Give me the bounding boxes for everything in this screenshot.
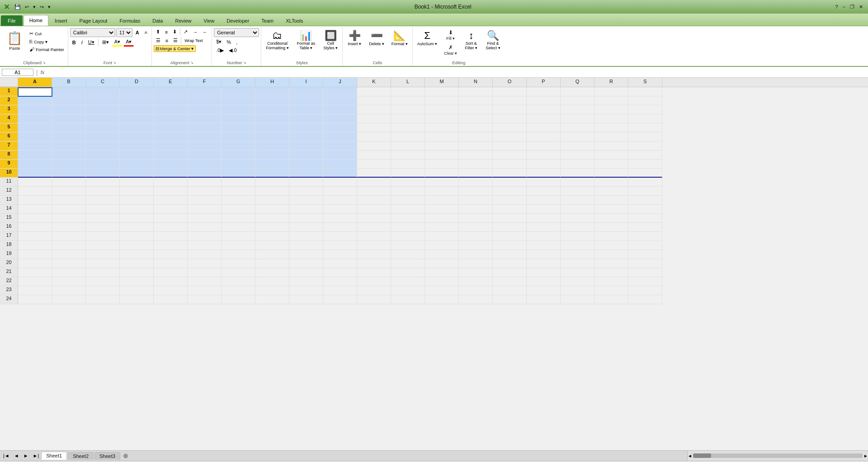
cell-F22[interactable]	[188, 277, 222, 286]
cell-P15[interactable]	[527, 214, 561, 223]
cut-button[interactable]: ✂ Cut	[28, 30, 66, 38]
cell-R13[interactable]	[594, 196, 628, 205]
restore-btn[interactable]: ❐	[849, 3, 856, 11]
cell-P18[interactable]	[527, 241, 561, 250]
cell-A5[interactable]	[18, 123, 52, 132]
cell-O13[interactable]	[493, 196, 527, 205]
cell-R6[interactable]	[594, 132, 628, 141]
cell-O16[interactable]	[493, 223, 527, 232]
col-header-L[interactable]: L	[391, 78, 425, 87]
cell-O6[interactable]	[493, 132, 527, 141]
cell-D18[interactable]	[120, 241, 154, 250]
cell-P10[interactable]	[527, 169, 561, 178]
cell-C20[interactable]	[86, 259, 120, 268]
cell-Q18[interactable]	[561, 241, 594, 250]
clipboard-expand-icon[interactable]: ↘	[42, 61, 46, 65]
cell-L5[interactable]	[391, 123, 425, 132]
cell-N5[interactable]	[459, 123, 493, 132]
cell-H7[interactable]	[255, 141, 289, 151]
comma-btn[interactable]: ,	[234, 38, 240, 46]
cell-H11[interactable]	[255, 178, 289, 187]
cell-C23[interactable]	[86, 286, 120, 295]
cell-M3[interactable]	[425, 105, 459, 114]
cell-M23[interactable]	[425, 286, 459, 295]
cell-R8[interactable]	[594, 151, 628, 160]
cell-S12[interactable]	[628, 187, 662, 196]
cell-H2[interactable]	[255, 96, 289, 105]
cell-Q2[interactable]	[561, 96, 594, 105]
cell-J7[interactable]	[323, 141, 357, 151]
cell-K14[interactable]	[357, 205, 391, 214]
col-header-I[interactable]: I	[289, 78, 323, 87]
cell-Q8[interactable]	[561, 151, 594, 160]
cell-I21[interactable]	[289, 268, 323, 277]
col-header-K[interactable]: K	[357, 78, 391, 87]
cell-R12[interactable]	[594, 187, 628, 196]
cell-N17[interactable]	[459, 232, 493, 241]
cell-Q10[interactable]	[561, 169, 594, 178]
cell-E4[interactable]	[154, 114, 188, 123]
cell-N14[interactable]	[459, 205, 493, 214]
cell-H16[interactable]	[255, 223, 289, 232]
cell-B15[interactable]	[52, 214, 86, 223]
format-as-table-btn[interactable]: 📊 Format asTable ▾	[294, 28, 318, 52]
cell-O21[interactable]	[493, 268, 527, 277]
cell-N13[interactable]	[459, 196, 493, 205]
cell-A9[interactable]	[18, 160, 52, 169]
row-number-6[interactable]: 6	[0, 132, 18, 141]
col-header-C[interactable]: C	[86, 78, 120, 87]
tab-first-btn[interactable]: |◄	[1, 452, 12, 460]
cell-Q19[interactable]	[561, 250, 594, 259]
cell-M12[interactable]	[425, 187, 459, 196]
cell-D4[interactable]	[120, 114, 154, 123]
cell-N24[interactable]	[459, 295, 493, 304]
cell-A15[interactable]	[18, 214, 52, 223]
cell-C2[interactable]	[86, 96, 120, 105]
cell-Q4[interactable]	[561, 114, 594, 123]
cell-L2[interactable]	[391, 96, 425, 105]
cell-Q23[interactable]	[561, 286, 594, 295]
cell-S16[interactable]	[628, 223, 662, 232]
cell-G6[interactable]	[222, 132, 255, 141]
col-header-S[interactable]: S	[628, 78, 662, 87]
add-sheet-btn[interactable]: ⊕	[121, 452, 130, 459]
cell-J3[interactable]	[323, 105, 357, 114]
cell-R20[interactable]	[594, 259, 628, 268]
alignment-expand-icon[interactable]: ↘	[190, 61, 193, 65]
cell-D1[interactable]	[120, 87, 154, 96]
cell-J8[interactable]	[323, 151, 357, 160]
name-box[interactable]	[2, 69, 33, 76]
cell-L4[interactable]	[391, 114, 425, 123]
cell-S8[interactable]	[628, 151, 662, 160]
tab-file[interactable]: File	[1, 15, 23, 26]
cell-Q12[interactable]	[561, 187, 594, 196]
cell-E8[interactable]	[154, 151, 188, 160]
cell-L19[interactable]	[391, 250, 425, 259]
cell-F24[interactable]	[188, 295, 222, 304]
cell-J6[interactable]	[323, 132, 357, 141]
cell-styles-btn[interactable]: 🔲 CellStyles ▾	[321, 28, 340, 52]
cell-H13[interactable]	[255, 196, 289, 205]
cell-I20[interactable]	[289, 259, 323, 268]
cell-R9[interactable]	[594, 160, 628, 169]
cell-A16[interactable]	[18, 223, 52, 232]
cell-Q21[interactable]	[561, 268, 594, 277]
cell-H21[interactable]	[255, 268, 289, 277]
font-name-select[interactable]: Calibri	[70, 28, 115, 37]
cell-S23[interactable]	[628, 286, 662, 295]
cell-H3[interactable]	[255, 105, 289, 114]
cell-D11[interactable]	[120, 178, 154, 187]
cell-I24[interactable]	[289, 295, 323, 304]
cell-D15[interactable]	[120, 214, 154, 223]
cell-B5[interactable]	[52, 123, 86, 132]
cell-S15[interactable]	[628, 214, 662, 223]
cell-A23[interactable]	[18, 286, 52, 295]
cell-H20[interactable]	[255, 259, 289, 268]
cell-E14[interactable]	[154, 205, 188, 214]
cell-P21[interactable]	[527, 268, 561, 277]
cell-N10[interactable]	[459, 169, 493, 178]
close-btn[interactable]: ✕	[858, 3, 864, 11]
cell-P14[interactable]	[527, 205, 561, 214]
cell-M19[interactable]	[425, 250, 459, 259]
cell-L7[interactable]	[391, 141, 425, 151]
